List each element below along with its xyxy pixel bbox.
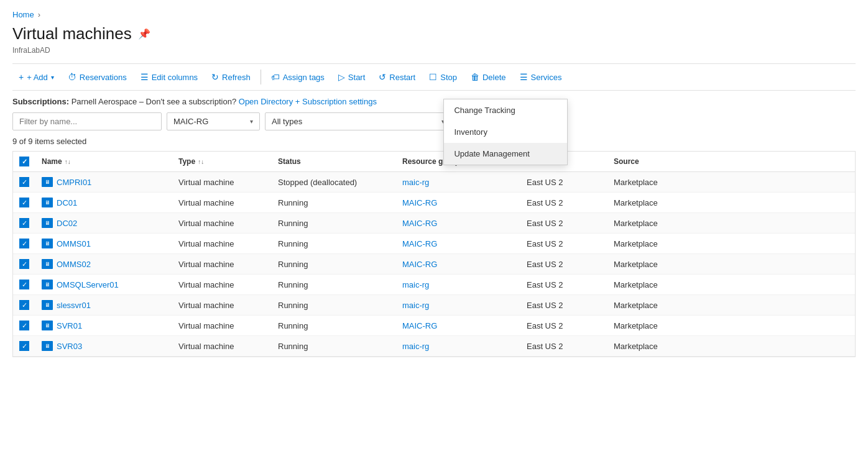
row-resource-group: MAIC-RG	[396, 213, 520, 233]
row-checkbox-cell[interactable]: ✓	[13, 172, 35, 192]
table-body: ✓ 🖥 CMPRI01 Virtual machine Stopped (dea…	[13, 172, 855, 357]
row-checkbox-cell[interactable]: ✓	[13, 336, 35, 356]
th-type-label: Type	[178, 157, 195, 166]
vm-name-link[interactable]: OMSQLServer01	[57, 280, 119, 289]
assign-tags-label: Assign tags	[283, 73, 325, 82]
start-icon: ▷	[338, 72, 345, 82]
row-checkbox[interactable]: ✓	[19, 300, 29, 310]
stop-icon: ☐	[429, 72, 437, 82]
th-source[interactable]: Source	[607, 152, 682, 171]
refresh-label: Refresh	[222, 73, 251, 82]
vm-name-link[interactable]: DC01	[57, 198, 77, 207]
services-label: Services	[531, 73, 562, 82]
th-name[interactable]: Name ↑↓	[35, 152, 172, 171]
stop-button[interactable]: ☐ Stop	[423, 69, 463, 85]
row-checkbox-cell[interactable]: ✓	[13, 213, 35, 233]
type-filter-value: All types	[272, 117, 302, 126]
row-checkbox-cell[interactable]: ✓	[13, 275, 35, 294]
pin-icon[interactable]: 📌	[138, 28, 150, 40]
row-checkbox[interactable]: ✓	[19, 177, 29, 187]
rg-link[interactable]: maic-rg	[402, 342, 429, 351]
add-button[interactable]: + + Add ▾	[12, 69, 60, 85]
row-type: Virtual machine	[172, 213, 272, 233]
dropdown-item-update-management[interactable]: Update Management	[444, 143, 567, 165]
row-checkbox[interactable]: ✓	[19, 280, 29, 289]
vm-name-link[interactable]: OMMS01	[57, 239, 91, 248]
dropdown-item-change-tracking[interactable]: Change Tracking	[444, 99, 567, 121]
services-icon: ☰	[520, 72, 528, 82]
services-button[interactable]: ☰ Services	[514, 69, 568, 85]
row-checkbox[interactable]: ✓	[19, 239, 29, 248]
row-checkbox[interactable]: ✓	[19, 218, 29, 228]
vm-name-link[interactable]: SVR01	[57, 321, 82, 330]
rg-link[interactable]: MAIC-RG	[402, 260, 437, 269]
row-checkbox-cell[interactable]: ✓	[13, 316, 35, 335]
vm-name-link[interactable]: SVR03	[57, 342, 82, 351]
row-checkbox-cell[interactable]: ✓	[13, 193, 35, 212]
delete-label: Delete	[482, 73, 506, 82]
th-type[interactable]: Type ↑↓	[172, 152, 272, 171]
row-source: Marketplace	[607, 213, 682, 233]
rg-link[interactable]: maic-rg	[402, 178, 429, 187]
assign-tags-button[interactable]: 🏷 Assign tags	[265, 69, 331, 85]
vm-icon: 🖥	[42, 177, 53, 187]
row-checkbox[interactable]: ✓	[19, 259, 29, 269]
header-checkbox-cell[interactable]: ✓	[13, 152, 35, 171]
row-status: Running	[272, 316, 396, 335]
filter-name-input[interactable]	[12, 112, 162, 130]
filters: MAIC-RG ▾ All types ▾ All locations ▾	[12, 112, 856, 130]
vm-name-link[interactable]: CMPRI01	[57, 178, 91, 187]
th-source-label: Source	[614, 157, 639, 166]
vm-name-link[interactable]: OMMS02	[57, 260, 91, 269]
row-checkbox[interactable]: ✓	[19, 341, 29, 351]
breadcrumb-home[interactable]: Home	[12, 10, 34, 19]
row-location: East US 2	[520, 254, 607, 274]
rg-link[interactable]: maic-rg	[402, 280, 429, 289]
vm-icon: 🖥	[42, 341, 53, 351]
restart-button[interactable]: ↺ Restart	[372, 69, 422, 85]
row-resource-group: maic-rg	[396, 336, 520, 356]
restart-label: Restart	[389, 73, 415, 82]
edit-columns-button[interactable]: ☰ Edit columns	[134, 69, 204, 85]
header-checkbox[interactable]: ✓	[19, 157, 29, 166]
row-type: Virtual machine	[172, 172, 272, 192]
rg-link[interactable]: MAIC-RG	[402, 219, 437, 228]
row-source: Marketplace	[607, 172, 682, 192]
table-row: ✓ 🖥 DC01 Virtual machine Running MAIC-RG…	[13, 193, 855, 213]
resource-group-value: MAIC-RG	[173, 117, 208, 126]
rg-link[interactable]: MAIC-RG	[402, 321, 437, 330]
row-type: Virtual machine	[172, 336, 272, 356]
reservations-button[interactable]: ⏱ Reservations	[62, 69, 133, 85]
rg-link[interactable]: maic-rg	[402, 301, 429, 310]
vm-name-link[interactable]: slessvr01	[57, 301, 91, 310]
row-checkbox-cell[interactable]: ✓	[13, 295, 35, 315]
reservations-icon: ⏱	[68, 72, 76, 82]
resource-group-chevron-icon: ▾	[250, 118, 253, 125]
row-name: 🖥 OMMS01	[35, 234, 172, 253]
subscriptions-link[interactable]: Open Directory + Subscription settings	[239, 97, 377, 106]
start-button[interactable]: ▷ Start	[332, 69, 371, 85]
rg-link[interactable]: MAIC-RG	[402, 198, 437, 207]
vm-name-link[interactable]: DC02	[57, 219, 77, 228]
rg-link[interactable]: MAIC-RG	[402, 239, 437, 248]
refresh-button[interactable]: ↻ Refresh	[205, 69, 257, 85]
row-name: 🖥 DC02	[35, 213, 172, 233]
dropdown-item-inventory[interactable]: Inventory	[444, 121, 567, 143]
table-row: ✓ 🖥 DC02 Virtual machine Running MAIC-RG…	[13, 213, 855, 234]
row-checkbox-cell[interactable]: ✓	[13, 254, 35, 274]
row-checkbox[interactable]: ✓	[19, 321, 29, 330]
add-label: + Add	[27, 73, 48, 82]
row-name: 🖥 DC01	[35, 193, 172, 212]
row-checkbox-cell[interactable]: ✓	[13, 234, 35, 253]
type-filter[interactable]: All types ▾	[265, 112, 451, 130]
row-location: East US 2	[520, 275, 607, 294]
row-name: 🖥 SVR03	[35, 336, 172, 356]
th-status[interactable]: Status	[272, 152, 396, 171]
vm-icon: 🖥	[42, 218, 53, 228]
row-checkbox[interactable]: ✓	[19, 198, 29, 207]
row-resource-group: MAIC-RG	[396, 254, 520, 274]
row-location: East US 2	[520, 234, 607, 253]
resource-group-filter[interactable]: MAIC-RG ▾	[167, 112, 260, 130]
row-status: Running	[272, 275, 396, 294]
delete-button[interactable]: 🗑 Delete	[464, 69, 512, 85]
